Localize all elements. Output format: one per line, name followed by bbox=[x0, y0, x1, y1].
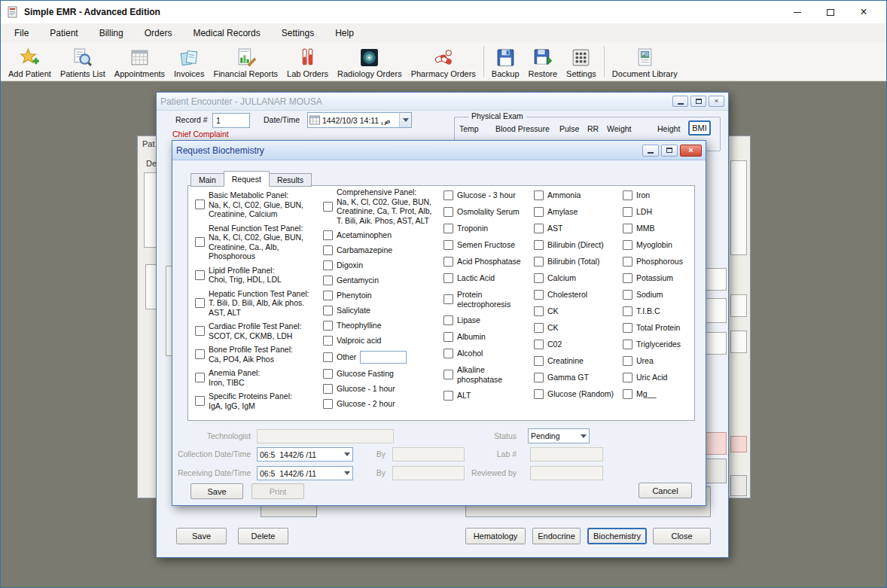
checkbox[interactable] bbox=[534, 207, 544, 217]
checkbox-item[interactable]: Phenytoin bbox=[323, 291, 445, 300]
checkbox-item[interactable]: Semen Fructose bbox=[443, 240, 529, 250]
collection-datetime-picker[interactable]: 06:5 1442/6 /11 bbox=[257, 447, 353, 462]
toolbar-pharmacy-orders[interactable]: Pharmacy Orders bbox=[407, 44, 480, 80]
checkbox[interactable] bbox=[195, 200, 205, 209]
checkbox[interactable] bbox=[323, 321, 333, 331]
biochem-print-button[interactable]: Print bbox=[251, 483, 304, 499]
bmi-button[interactable]: BMI bbox=[688, 120, 711, 136]
checkbox-item[interactable]: C02 bbox=[534, 340, 623, 349]
menu-billing[interactable]: Billing bbox=[89, 25, 134, 41]
checkbox-item[interactable]: Osmolality Serum bbox=[443, 207, 529, 217]
lab-number-input[interactable] bbox=[530, 447, 603, 462]
checkbox[interactable] bbox=[623, 356, 632, 366]
encounter-save-button[interactable]: Save bbox=[176, 528, 227, 544]
checkbox-item[interactable]: Ammonia bbox=[534, 190, 623, 200]
status-dropdown[interactable]: Pending bbox=[528, 428, 590, 443]
checkbox[interactable] bbox=[623, 190, 632, 200]
encounter-titlebar[interactable]: Patient Encounter - JULLANAR MOUSA × bbox=[157, 93, 728, 111]
checkbox[interactable] bbox=[534, 356, 544, 366]
maximize-button[interactable] bbox=[814, 1, 847, 23]
checkbox-item[interactable]: Specific Proteins Panel: IgA, IgG, IgM bbox=[195, 391, 323, 410]
encounter-delete-button[interactable]: Delete bbox=[238, 528, 288, 544]
checkbox-item[interactable]: Glucose Fasting bbox=[323, 369, 445, 379]
checkbox[interactable] bbox=[323, 276, 333, 285]
biochem-minimize-button[interactable] bbox=[642, 145, 659, 157]
checkbox-item[interactable]: Acid Phosphatase bbox=[443, 257, 529, 267]
receiving-datetime-picker[interactable]: 06:5 1442/6 /11 bbox=[257, 466, 353, 480]
checkbox[interactable] bbox=[534, 224, 544, 233]
toolbar-backup[interactable]: Backup bbox=[487, 44, 524, 80]
minimize-button[interactable] bbox=[781, 1, 814, 23]
checkbox-item[interactable]: Bone Profile Test Panel: Ca, PO4, Aik Ph… bbox=[195, 345, 323, 364]
checkbox-item[interactable]: Albumin bbox=[443, 332, 529, 342]
menu-patient[interactable]: Patient bbox=[39, 25, 88, 41]
checkbox-item[interactable]: ALT bbox=[443, 391, 529, 401]
checkbox[interactable] bbox=[534, 273, 544, 283]
other-input[interactable] bbox=[360, 351, 407, 364]
datetime-dropdown-button[interactable] bbox=[399, 113, 411, 127]
checkbox-item[interactable]: CK bbox=[534, 323, 623, 333]
endocrine-button[interactable]: Endocrine bbox=[532, 528, 581, 544]
checkbox[interactable] bbox=[443, 257, 453, 267]
checkbox-item[interactable]: Theophylline bbox=[323, 321, 445, 331]
checkbox[interactable] bbox=[623, 224, 632, 233]
toolbar-add-patient[interactable]: Add Patient bbox=[4, 44, 56, 80]
checkbox[interactable] bbox=[323, 384, 333, 394]
checkbox-item[interactable]: Lactic Acid bbox=[443, 273, 529, 283]
checkbox-item[interactable]: Salicylate bbox=[323, 306, 445, 315]
checkbox[interactable] bbox=[534, 306, 544, 316]
checkbox[interactable] bbox=[623, 340, 632, 349]
menu-file[interactable]: File bbox=[4, 25, 39, 41]
checkbox-item[interactable]: Other bbox=[323, 351, 445, 364]
checkbox-item[interactable]: Glucose - 2 hour bbox=[323, 399, 445, 409]
checkbox[interactable] bbox=[323, 306, 333, 315]
toolbar-document-library[interactable]: Document Library bbox=[608, 44, 682, 80]
checkbox-item[interactable]: Total Protein bbox=[623, 323, 694, 333]
checkbox-item[interactable]: Triglycerides bbox=[623, 340, 694, 349]
checkbox[interactable] bbox=[534, 323, 544, 333]
receiving-by-input[interactable] bbox=[392, 466, 465, 480]
checkbox[interactable] bbox=[623, 389, 632, 399]
checkbox-item[interactable]: Bilirubin (Total) bbox=[534, 257, 623, 267]
encounter-close-window-button[interactable]: Close bbox=[653, 528, 711, 544]
checkbox-item[interactable]: Gentamycin bbox=[323, 276, 445, 285]
checkbox-item[interactable]: Mg__ bbox=[623, 389, 694, 399]
checkbox[interactable] bbox=[623, 323, 632, 333]
checkbox-item[interactable]: Acetaminophen bbox=[323, 230, 445, 240]
checkbox[interactable] bbox=[443, 207, 453, 217]
tab-results[interactable]: Results bbox=[269, 173, 312, 187]
checkbox[interactable] bbox=[443, 273, 453, 283]
checkbox[interactable] bbox=[195, 349, 205, 359]
checkbox-item[interactable]: MMB bbox=[623, 224, 694, 233]
checkbox-item[interactable]: Amylase bbox=[534, 207, 623, 217]
checkbox-item[interactable]: Urea bbox=[623, 356, 694, 366]
checkbox[interactable] bbox=[195, 237, 205, 247]
checkbox[interactable] bbox=[323, 245, 333, 255]
tab-request[interactable]: Request bbox=[224, 171, 270, 187]
checkbox-item[interactable]: CK bbox=[534, 306, 623, 316]
checkbox[interactable] bbox=[323, 230, 333, 240]
hematology-button[interactable]: Hematology bbox=[465, 528, 526, 544]
checkbox[interactable] bbox=[534, 290, 544, 300]
toolbar-appointments[interactable]: Appointments bbox=[110, 44, 169, 80]
encounter-minimize-button[interactable] bbox=[672, 96, 688, 107]
toolbar-restore[interactable]: Restore bbox=[524, 44, 562, 80]
checkbox-item[interactable]: Hepatic Function Test Panel: T. Bili, D.… bbox=[195, 289, 323, 318]
biochem-titlebar[interactable]: Request Biochemistry × bbox=[172, 141, 706, 160]
biochem-maximize-button[interactable] bbox=[661, 145, 678, 157]
checkbox-item[interactable]: AST bbox=[534, 224, 623, 233]
checkbox[interactable] bbox=[443, 240, 453, 250]
toolbar-lab-orders[interactable]: Lab Orders bbox=[282, 44, 333, 80]
checkbox-item[interactable]: Gamma GT bbox=[534, 373, 623, 382]
checkbox[interactable] bbox=[195, 396, 205, 406]
checkbox[interactable] bbox=[195, 270, 205, 280]
checkbox-item[interactable]: Carbamazepine bbox=[323, 245, 445, 255]
checkbox[interactable] bbox=[323, 202, 333, 212]
checkbox-item[interactable]: Iron bbox=[623, 190, 694, 200]
checkbox-item[interactable]: Anemia Panel: Iron, TIBC bbox=[195, 368, 323, 387]
checkbox[interactable] bbox=[323, 291, 333, 300]
checkbox-item[interactable]: LDH bbox=[623, 207, 694, 217]
toolbar-invoices[interactable]: Invoices bbox=[169, 44, 209, 80]
checkbox[interactable] bbox=[195, 373, 205, 382]
menu-settings[interactable]: Settings bbox=[271, 25, 325, 41]
